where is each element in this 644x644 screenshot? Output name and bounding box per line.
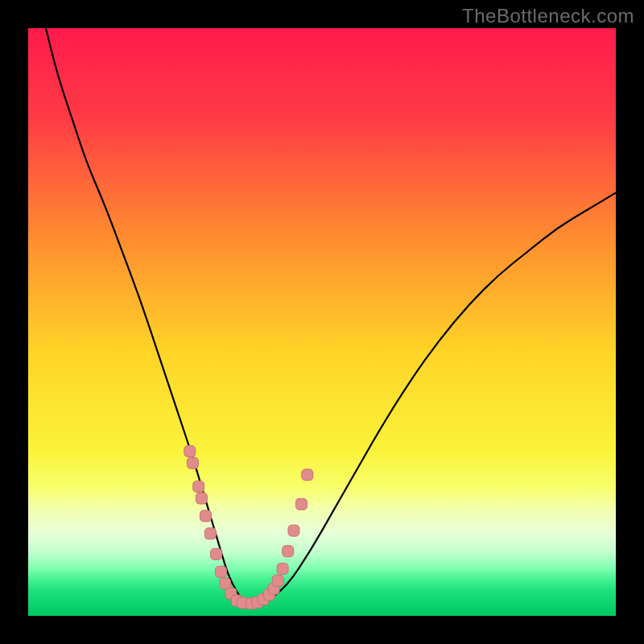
data-marker xyxy=(215,566,226,577)
gradient-background xyxy=(28,28,616,616)
chart-frame: { "watermark": "TheBottleneck.com", "col… xyxy=(0,0,644,644)
chart-svg xyxy=(28,28,616,616)
data-marker xyxy=(211,548,222,559)
data-marker xyxy=(187,457,198,469)
data-marker xyxy=(302,469,313,481)
data-marker xyxy=(283,546,294,557)
data-marker xyxy=(204,528,216,539)
data-marker xyxy=(193,481,204,492)
plot-area xyxy=(28,28,616,616)
data-marker xyxy=(272,575,283,586)
watermark-text: TheBottleneck.com xyxy=(462,5,634,27)
data-marker xyxy=(200,510,211,522)
data-marker xyxy=(184,446,196,457)
data-marker xyxy=(196,493,207,504)
data-marker xyxy=(220,578,231,589)
data-marker xyxy=(277,564,288,575)
data-marker xyxy=(295,498,307,510)
data-marker xyxy=(288,525,299,536)
